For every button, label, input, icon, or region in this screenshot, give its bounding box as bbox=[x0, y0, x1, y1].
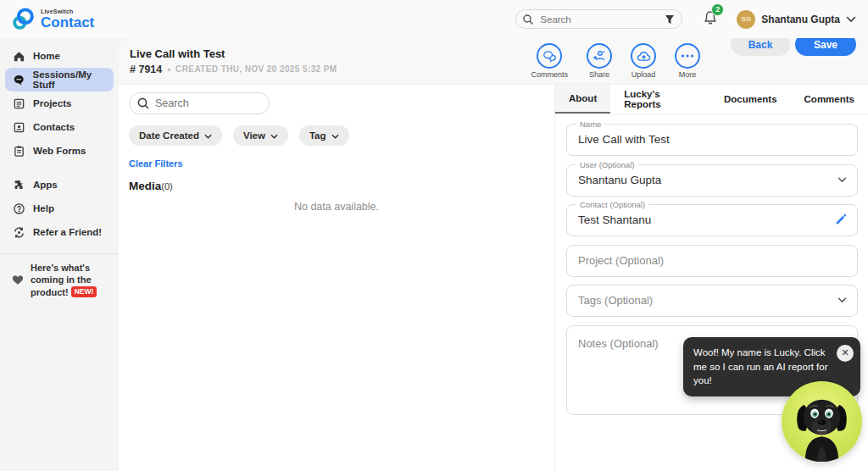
upload-cloud-icon bbox=[637, 50, 651, 62]
refer-icon bbox=[13, 226, 25, 239]
session-actions: Comments Share Upload More bbox=[531, 43, 868, 79]
close-icon[interactable]: ✕ bbox=[837, 345, 854, 362]
global-search-input[interactable] bbox=[515, 9, 682, 29]
sidebar-item-projects[interactable]: Projects bbox=[5, 91, 114, 115]
action-label: Upload bbox=[632, 70, 656, 79]
sidebar-item-refer[interactable]: Refer a Friend! bbox=[5, 220, 114, 244]
main-area: Live Call with Test # 7914 • CREATED THU… bbox=[119, 38, 868, 471]
name-field[interactable]: Name Live Call with Test bbox=[566, 124, 858, 156]
user-field[interactable]: User (Optional) Shantanu Gupta bbox=[566, 164, 858, 197]
more-dots-icon bbox=[681, 54, 694, 58]
contacts-icon bbox=[13, 121, 25, 134]
brand-name-top: LiveSwitch bbox=[41, 8, 94, 14]
topbar-right: 2 SG Shantanu Gupta bbox=[515, 9, 868, 29]
session-title: Live Call with Test bbox=[130, 47, 337, 60]
filter-chips: Date Created View Tag bbox=[129, 125, 544, 146]
share-person-icon bbox=[593, 49, 606, 63]
separator-dot: • bbox=[167, 64, 170, 75]
sidebar-secondary-group: Apps Help Refer a Friend! bbox=[0, 173, 119, 244]
session-card: Live Call with Test # 7914 • CREATED THU… bbox=[119, 38, 868, 471]
user-menu[interactable]: SG Shantanu Gupta bbox=[737, 10, 856, 29]
share-action-button[interactable]: Share bbox=[587, 43, 612, 79]
home-icon bbox=[13, 50, 25, 63]
session-id: # 7914 bbox=[130, 64, 162, 75]
save-button[interactable]: Save bbox=[795, 38, 856, 56]
user-avatar: SG bbox=[737, 10, 755, 29]
more-action-button[interactable]: More bbox=[675, 43, 700, 79]
sidebar-item-home[interactable]: Home bbox=[5, 44, 114, 68]
user-name: Shantanu Gupta bbox=[761, 14, 840, 25]
chevron-down-icon bbox=[331, 134, 339, 139]
chat-bubble-icon bbox=[13, 74, 25, 86]
lucky-dog-illustration bbox=[782, 381, 862, 462]
help-circle-icon bbox=[13, 202, 25, 215]
comments-action-button[interactable]: Comments bbox=[531, 43, 568, 79]
chevron-down-icon[interactable] bbox=[837, 177, 847, 183]
topbar: LiveSwitch Contact 2 SG Shantanu Gupta bbox=[0, 0, 868, 38]
tab-comments[interactable]: Comments bbox=[791, 85, 868, 114]
sidebar-item-label: Help bbox=[33, 203, 54, 213]
chevron-down-icon[interactable] bbox=[837, 297, 847, 303]
action-label: Comments bbox=[531, 70, 568, 79]
action-label: More bbox=[679, 70, 697, 79]
filter-chip-tag[interactable]: Tag bbox=[299, 125, 349, 146]
media-title: Media bbox=[129, 180, 161, 192]
lucky-dog-avatar[interactable] bbox=[782, 381, 862, 462]
web-forms-icon bbox=[13, 145, 25, 158]
contact-field-label: Contact (Optional) bbox=[576, 200, 648, 209]
notifications-button[interactable]: 2 bbox=[703, 10, 718, 29]
sidebar-item-label: Home bbox=[33, 51, 60, 61]
new-badge: NEW! bbox=[71, 286, 97, 298]
sidebar: Home Sessions/My Stuff Projects Contacts… bbox=[0, 38, 119, 471]
tab-luckys-reports[interactable]: Lucky's Reports bbox=[610, 85, 710, 114]
sidebar-item-label: Apps bbox=[33, 180, 58, 190]
liveswitch-rings-icon bbox=[11, 7, 36, 32]
sidebar-item-label: Contacts bbox=[33, 122, 75, 132]
search-icon bbox=[522, 14, 534, 25]
sidebar-item-label: Projects bbox=[33, 98, 71, 108]
tags-field[interactable]: Tags (Optional) bbox=[566, 285, 858, 317]
name-field-label: Name bbox=[576, 119, 604, 129]
project-field[interactable]: Project (Optional) bbox=[566, 245, 858, 277]
back-button[interactable]: Back bbox=[731, 38, 790, 56]
media-search bbox=[129, 92, 270, 114]
sidebar-item-label: Web Forms bbox=[33, 146, 86, 156]
details-tabs: About Lucky's Reports Documents Comments bbox=[555, 85, 868, 114]
sidebar-promo[interactable]: Here's what's coming in the product! NEW… bbox=[0, 254, 119, 298]
tab-documents[interactable]: Documents bbox=[710, 85, 791, 114]
action-label: Share bbox=[589, 70, 609, 79]
chevron-down-icon bbox=[846, 16, 856, 23]
funnel-icon[interactable] bbox=[664, 14, 676, 25]
content-row: Date Created View Tag Clear Filters bbox=[119, 85, 868, 471]
brand-name-bottom: Contact bbox=[41, 15, 94, 30]
project-field-placeholder: Project (Optional) bbox=[567, 246, 857, 276]
sidebar-item-web-forms[interactable]: Web Forms bbox=[5, 139, 114, 163]
sidebar-item-contacts[interactable]: Contacts bbox=[5, 115, 114, 139]
chevron-down-icon bbox=[270, 134, 278, 139]
pencil-icon[interactable] bbox=[834, 213, 847, 226]
sidebar-item-apps[interactable]: Apps bbox=[5, 173, 114, 197]
filter-chip-date-created[interactable]: Date Created bbox=[129, 125, 222, 146]
clear-filters-link[interactable]: Clear Filters bbox=[129, 158, 183, 169]
user-field-value: Shantanu Gupta bbox=[567, 165, 857, 196]
sidebar-item-label: Sessions/My Stuff bbox=[32, 69, 114, 90]
empty-state-text: No data available. bbox=[129, 201, 544, 213]
upload-action-button[interactable]: Upload bbox=[631, 43, 656, 79]
contact-field-value: Test Shantanu bbox=[567, 205, 857, 236]
tags-field-placeholder: Tags (Optional) bbox=[567, 285, 857, 316]
header-buttons: Back Save bbox=[719, 38, 860, 56]
session-header: Live Call with Test # 7914 • CREATED THU… bbox=[119, 38, 868, 85]
filter-chip-view[interactable]: View bbox=[233, 125, 288, 146]
contact-field[interactable]: Contact (Optional) Test Shantanu bbox=[566, 204, 858, 236]
tab-about[interactable]: About bbox=[555, 85, 610, 114]
comments-icon bbox=[542, 50, 557, 63]
chevron-down-icon bbox=[204, 134, 212, 139]
brand-logo[interactable]: LiveSwitch Contact bbox=[0, 7, 94, 32]
promo-text: Here's what's coming in the product! NEW… bbox=[31, 263, 112, 298]
projects-icon bbox=[13, 97, 25, 110]
brand-name: LiveSwitch Contact bbox=[41, 8, 94, 30]
session-created: CREATED THU, NOV 20 2025 5:32 PM bbox=[175, 64, 337, 74]
sidebar-item-sessions[interactable]: Sessions/My Stuff bbox=[5, 68, 114, 91]
sidebar-item-help[interactable]: Help bbox=[5, 197, 114, 220]
media-section-heading: Media(0) bbox=[129, 178, 544, 193]
